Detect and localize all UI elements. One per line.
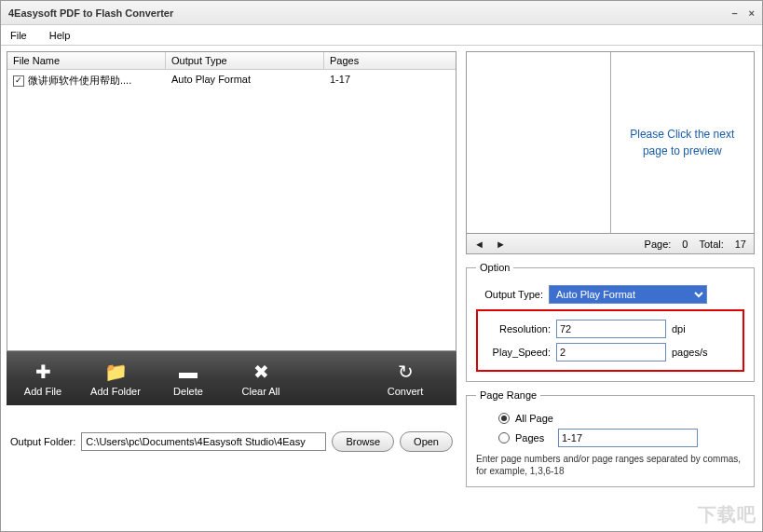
titlebar: 4Easysoft PDF to Flash Converter – ×	[1, 1, 762, 25]
outputtype-label: Output Type:	[476, 289, 543, 300]
cell-pages: 1-17	[324, 72, 456, 89]
resolution-input[interactable]	[556, 320, 666, 338]
allpage-label: All Page	[515, 413, 553, 424]
minimize-button[interactable]: –	[731, 7, 737, 19]
pages-radio[interactable]	[498, 432, 510, 443]
option-group: Option Output Type: Auto Play Format Res…	[466, 262, 755, 382]
playspeed-label: Play_Speed:	[484, 347, 551, 358]
pages-label: Pages	[515, 432, 552, 443]
refresh-icon: ↻	[354, 360, 456, 384]
open-button[interactable]: Open	[400, 431, 453, 452]
pagerange-legend: Page Range	[476, 389, 540, 401]
highlighted-options: Resolution: dpi Play_Speed: pages/s	[476, 309, 744, 372]
col-pages[interactable]: Pages	[324, 52, 456, 69]
convert-button[interactable]: ↻ Convert	[354, 360, 456, 397]
playspeed-unit: pages/s	[672, 347, 708, 358]
add-file-button[interactable]: ✚ Add File	[7, 360, 79, 397]
table-row[interactable]: ✓ 微讲师软件使用帮助.... Auto Play Format 1-17	[7, 70, 456, 91]
cell-filename: 微讲师软件使用帮助....	[28, 74, 131, 88]
add-folder-button[interactable]: 📁 Add Folder	[79, 360, 152, 397]
resolution-label: Resolution:	[484, 323, 551, 334]
total-value: 17	[735, 239, 746, 250]
output-folder-label: Output Folder:	[10, 436, 75, 447]
output-folder-row: Output Folder: Browse Open	[7, 431, 456, 452]
folder-plus-icon: 📁	[79, 360, 152, 384]
close-button[interactable]: ×	[749, 7, 755, 19]
delete-button[interactable]: ▬ Delete	[152, 360, 225, 397]
app-title: 4Easysoft PDF to Flash Converter	[8, 7, 173, 19]
plus-icon: ✚	[7, 360, 79, 384]
x-icon: ✖	[225, 360, 297, 384]
prev-page-button[interactable]: ◄	[474, 239, 484, 250]
output-folder-input[interactable]	[81, 432, 326, 451]
cell-outputtype: Auto Play Format	[166, 72, 324, 89]
table-header: File Name Output Type Pages	[7, 52, 456, 70]
preview-prompt: Please Click the next page to preview	[611, 126, 755, 159]
next-page-button[interactable]: ►	[496, 239, 506, 250]
pages-input[interactable]	[558, 429, 698, 447]
menu-help[interactable]: Help	[49, 30, 71, 41]
option-legend: Option	[476, 262, 513, 273]
clear-all-button[interactable]: ✖ Clear All	[225, 360, 297, 397]
file-table: File Name Output Type Pages ✓ 微讲师软件使用帮助.…	[7, 51, 456, 351]
page-value: 0	[682, 239, 688, 250]
window-controls: – ×	[731, 7, 755, 19]
app-window: 4Easysoft PDF to Flash Converter – × Fil…	[0, 0, 763, 532]
total-label: Total:	[699, 239, 723, 250]
menu-file[interactable]: File	[10, 30, 27, 41]
preview-page-right[interactable]: Please Click the next page to preview	[611, 52, 755, 233]
page-label: Page:	[645, 239, 672, 250]
browse-button[interactable]: Browse	[332, 431, 394, 452]
preview-pane: Please Click the next page to preview ◄ …	[466, 51, 755, 254]
preview-nav: ◄ ► Page: 0 Total: 17	[467, 233, 754, 253]
pagerange-hint: Enter page numbers and/or page ranges se…	[476, 453, 744, 477]
col-outputtype[interactable]: Output Type	[166, 52, 324, 69]
allpage-radio[interactable]	[498, 413, 510, 424]
menubar: File Help	[1, 25, 762, 46]
preview-page-left[interactable]	[467, 52, 611, 233]
row-checkbox[interactable]: ✓	[13, 75, 24, 87]
resolution-unit: dpi	[672, 323, 686, 334]
outputtype-select[interactable]: Auto Play Format	[549, 285, 707, 304]
minus-icon: ▬	[152, 360, 225, 384]
action-toolbar: ✚ Add File 📁 Add Folder ▬ Delete ✖ Clear…	[7, 351, 456, 405]
pagerange-group: Page Range All Page Pages Enter page num…	[466, 389, 755, 487]
col-filename[interactable]: File Name	[7, 52, 166, 69]
playspeed-input[interactable]	[556, 343, 666, 361]
